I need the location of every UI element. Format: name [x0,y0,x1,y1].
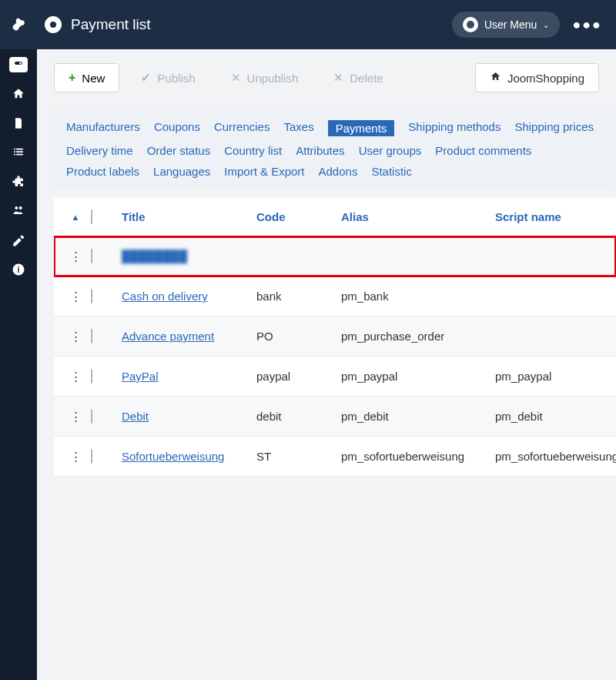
drag-handle-icon[interactable]: ⋮ [60,370,91,384]
more-button[interactable]: ●●● [572,17,602,33]
drag-handle-icon[interactable]: ⋮ [60,250,91,263]
check-icon: ✔ [141,71,151,85]
new-button-label: New [82,72,105,85]
row-code: debit [256,410,341,423]
row-title-link[interactable]: Sofortueberweisung [122,450,224,463]
filter-tab-shipping-prices[interactable]: Shipping prices [514,120,594,136]
drag-handle-icon[interactable]: ⋮ [60,330,91,343]
row-title-link[interactable]: Cash on delivery [122,290,208,303]
joomshopping-button[interactable]: JoomShopping [475,63,599,92]
filter-tab-delivery-time[interactable]: Delivery time [66,144,133,157]
col-alias[interactable]: Alias [341,210,495,223]
chevron-down-icon: ⌄ [543,21,549,29]
user-icon [463,17,478,32]
filter-tab-product-comments[interactable]: Product comments [435,144,531,157]
sidebar-components-icon[interactable] [11,174,26,189]
filter-tab-currencies[interactable]: Currencies [214,120,270,136]
sort-indicator-icon[interactable]: ▲ [60,213,91,222]
row-checkbox[interactable] [91,249,92,263]
filter-tab-import-export[interactable]: Import & Export [224,165,304,178]
col-title[interactable]: Title [122,210,256,223]
plus-icon: + [69,71,75,85]
drag-handle-icon[interactable]: ⋮ [60,290,91,303]
row-title-link[interactable]: Debit [122,410,149,423]
filter-tab-payments[interactable]: Payments [328,120,395,136]
row-alias: pm_paypal [341,370,495,383]
topbar: Payment list User Menu ⌄ ●●● [0,0,616,49]
sidebar-home-icon[interactable] [11,86,26,102]
filter-tab-statistic[interactable]: Statistic [371,165,412,178]
app-logo[interactable] [0,0,37,49]
publish-button[interactable]: ✔Publish [127,63,209,92]
user-menu-label: User Menu [484,18,537,31]
row-code: paypal [256,370,341,383]
filter-tab-languages[interactable]: Languages [153,165,210,178]
row-checkbox[interactable] [91,329,92,343]
delete-button-label: Delete [350,72,383,85]
new-button[interactable]: +New [54,63,119,92]
svg-point-8 [15,206,18,209]
joomla-icon [11,17,26,32]
joomshopping-button-label: JoomShopping [507,72,584,85]
drag-handle-icon[interactable]: ⋮ [60,410,91,424]
drag-handle-icon[interactable]: ⋮ [60,450,91,464]
filter-tab-coupons[interactable]: Coupons [154,120,200,136]
filter-tabs: ManufacturersCouponsCurrenciesTaxesPayme… [54,109,616,189]
row-script: pm_paypal [495,370,616,383]
svg-rect-4 [14,151,15,152]
sidebar-content-icon[interactable] [11,116,26,131]
row-title-link[interactable]: PayPal [122,370,159,383]
user-menu-button[interactable]: User Menu ⌄ [452,12,560,38]
sidebar-system-icon[interactable] [11,233,26,248]
filter-tab-user-groups[interactable]: User groups [359,144,422,157]
filter-tab-order-status[interactable]: Order status [147,144,211,157]
x-icon: ✕ [333,71,343,85]
row-title-link[interactable]: Advance payment [122,330,214,343]
select-all-checkbox[interactable] [91,209,92,224]
table-row: ⋮████████ [54,236,616,276]
row-code: ST [256,450,341,463]
svg-rect-7 [16,154,23,156]
table-row: ⋮Cash on deliverybankpm_bank [54,276,616,317]
row-alias: pm_bank [341,290,495,303]
page-title-icon [45,16,62,33]
row-checkbox[interactable] [91,449,92,464]
filter-tab-attributes[interactable]: Attributes [296,144,344,157]
row-code: bank [256,290,341,303]
svg-text:i: i [18,265,20,274]
row-title-link[interactable]: ████████ [122,250,187,263]
page-title: Payment list [71,16,452,33]
table-row: ⋮Debitdebitpm_debitpm_debit [54,397,616,437]
home-icon [490,71,501,85]
row-code: PO [256,330,341,343]
sidebar: i [0,49,37,680]
filter-tab-manufacturers[interactable]: Manufacturers [66,120,140,136]
svg-rect-2 [14,149,15,150]
filter-tab-shipping-methods[interactable]: Shipping methods [408,120,500,136]
delete-button[interactable]: ✕Delete [320,63,397,92]
publish-button-label: Publish [157,72,195,85]
unpublish-button[interactable]: ✕Unpublish [217,63,313,92]
table-row: ⋮SofortueberweisungSTpm_sofortueberweisu… [54,437,616,477]
filter-tab-product-labels[interactable]: Product labels [66,165,139,178]
row-checkbox[interactable] [91,409,92,424]
row-alias: pm_sofortueberweisung [341,450,495,463]
col-script[interactable]: Script name [495,210,616,223]
filter-tab-addons[interactable]: Addons [319,165,358,178]
table-row: ⋮Advance paymentPOpm_purchase_order [54,317,616,357]
svg-point-9 [19,206,22,209]
x-icon: ✕ [231,71,241,85]
svg-rect-5 [16,151,23,152]
filter-tab-taxes[interactable]: Taxes [283,120,313,136]
row-script: pm_debit [495,410,616,423]
sidebar-toggle-icon[interactable] [9,57,28,72]
sidebar-users-icon[interactable] [11,203,26,219]
row-checkbox[interactable] [91,289,92,303]
col-code[interactable]: Code [256,210,341,223]
row-alias: pm_debit [341,410,495,423]
row-checkbox[interactable] [91,369,92,384]
filter-tab-country-list[interactable]: Country list [224,144,282,157]
sidebar-menus-icon[interactable] [11,145,26,160]
sidebar-help-icon[interactable]: i [11,262,26,277]
toolbar: +New ✔Publish ✕Unpublish ✕Delete JoomSho… [54,63,616,92]
